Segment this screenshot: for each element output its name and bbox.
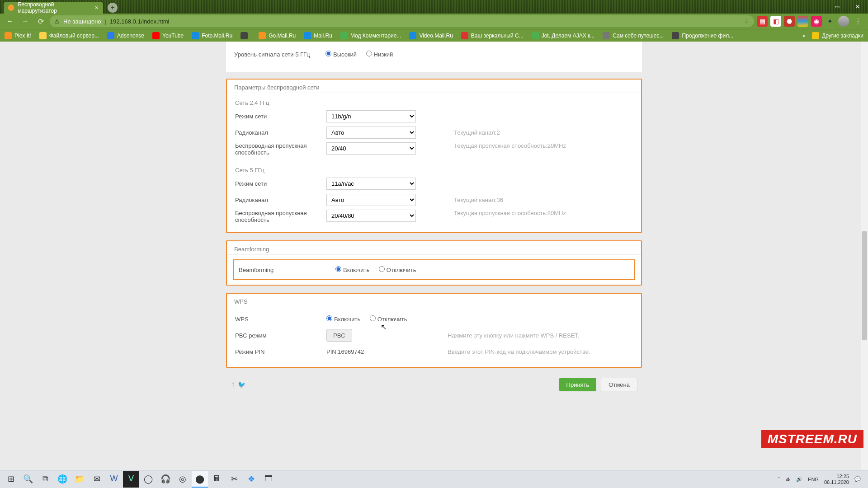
mode-24-select[interactable]: 11b/g/n — [326, 110, 416, 122]
bookmark-item[interactable]: Video.Mail.Ru — [409, 32, 453, 39]
window-close-button[interactable]: ✕ — [847, 0, 868, 14]
new-tab-button[interactable]: + — [108, 3, 118, 13]
beamforming-label: Beamforming — [236, 267, 335, 273]
bookmark-favicon — [672, 32, 679, 39]
bookmark-item[interactable]: Adsenense — [107, 32, 144, 39]
forward-button[interactable]: → — [19, 15, 32, 28]
taskbar-app[interactable]: ✂ — [226, 471, 242, 488]
extensions-menu-icon[interactable]: ✦ — [825, 16, 835, 27]
tray-chevron-icon[interactable]: ˄ — [778, 476, 780, 482]
taskbar-app-mail[interactable]: ✉ — [89, 471, 105, 488]
scrollbar-thumb[interactable] — [862, 231, 867, 340]
browser-tab[interactable]: Беспроводной маршрутизатор × — [4, 2, 103, 14]
tab-close-icon[interactable]: × — [95, 4, 99, 11]
bookmark-item[interactable]: Foto.Mail.Ru — [192, 32, 232, 39]
watermark: MSTREEM.RU — [761, 430, 863, 448]
browser-menu-button[interactable]: ⋮ — [852, 15, 864, 28]
beamforming-off-option[interactable]: Отключить — [379, 267, 416, 273]
taskbar-app-explorer[interactable]: 📁 — [71, 471, 88, 488]
bookmark-favicon — [259, 32, 266, 39]
taskbar-app-chrome[interactable]: ⬤ — [192, 471, 208, 488]
other-bookmarks[interactable]: Другие закладки — [812, 32, 863, 39]
bw-24-select[interactable]: 20/40 — [326, 142, 416, 155]
bookmark-item[interactable]: YouTube — [152, 32, 184, 39]
twitter-icon[interactable]: 🐦 — [238, 381, 245, 388]
bookmark-item[interactable]: Go.Mail.Ru — [259, 32, 296, 39]
page-viewport: Уровень сигнала сети 5 ГГц Высокий Низки… — [0, 42, 868, 470]
taskbar: ⊞ 🔍 ⧉ 🌐 📁 ✉ W V ◯ 🎧 ◎ ⬤ 🖩 ✂ ❖ 🗔 ˄ 🖧 🔊 EN… — [0, 470, 868, 488]
bw-5-select[interactable]: 20/40/80 — [326, 210, 416, 222]
bookmark-item[interactable]: Файловый сервер... — [39, 32, 99, 39]
extension-icon[interactable]: ◉ — [811, 16, 822, 27]
bookmark-item[interactable]: Мод Комментарие... — [340, 32, 401, 39]
bookmark-favicon — [107, 32, 114, 39]
scrollbar-track[interactable] — [861, 42, 868, 470]
bookmark-label: Go.Mail.Ru — [269, 33, 296, 39]
url-input[interactable]: ⚠ Не защищено | 192.168.0.1/index.html ☆ — [50, 15, 754, 27]
taskbar-app-obs[interactable]: ◯ — [140, 471, 156, 488]
beamforming-on-option[interactable]: Включить — [335, 267, 369, 273]
tray-volume-icon[interactable]: 🔊 — [796, 476, 802, 482]
facebook-icon[interactable]: f — [232, 381, 234, 388]
search-button[interactable]: 🔍 — [20, 471, 36, 488]
bookmark-favicon — [461, 32, 468, 39]
bookmark-item[interactable]: Ваш зеркальный C... — [461, 32, 524, 39]
wireless-params-title: Параметры беспроводной сети — [227, 80, 641, 93]
reload-button[interactable]: ⟳ — [34, 15, 47, 28]
wps-off-option[interactable]: Отключить — [370, 316, 407, 323]
extension-icon[interactable] — [797, 16, 808, 27]
bookmark-item[interactable]: Сам себе путешес... — [603, 32, 664, 39]
taskbar-app[interactable]: ◎ — [175, 471, 191, 488]
footer-bar: f 🐦 Принять Отмена — [226, 375, 642, 396]
bookmark-label: Сам себе путешес... — [613, 33, 664, 39]
channel-5-select[interactable]: Авто — [326, 194, 416, 206]
tray-network-icon[interactable]: 🖧 — [786, 477, 791, 482]
insecure-label: Не защищено — [63, 18, 101, 25]
extension-icon[interactable]: ⬣ — [784, 16, 795, 27]
bookmark-favicon — [304, 32, 311, 39]
signal-low-option[interactable]: Низкий — [366, 51, 393, 58]
wps-title: WPS — [227, 294, 641, 307]
taskbar-app[interactable]: V — [123, 471, 139, 488]
window-minimize-button[interactable]: — — [806, 0, 826, 14]
bookmark-star-icon[interactable]: ☆ — [744, 18, 750, 25]
bookmark-item[interactable] — [241, 32, 250, 39]
bookmark-item[interactable]: Jot. Делаем AJAX к... — [532, 32, 595, 39]
channel-5-current: Текущий канал:36 — [444, 197, 641, 203]
mode-5-label: Режим сети — [227, 180, 326, 187]
tray-notifications-icon[interactable]: 💬 — [854, 476, 861, 482]
tray-clock[interactable]: 12:25 06.11.2020 — [824, 474, 849, 485]
bookmarks-overflow[interactable]: » — [802, 33, 806, 39]
bookmark-label: Мод Комментарие... — [350, 33, 401, 39]
taskbar-app[interactable]: 🗔 — [260, 471, 277, 488]
extension-icon[interactable]: ▦ — [757, 16, 768, 27]
bookmark-item[interactable]: Plex It! — [5, 32, 31, 39]
window-maximize-button[interactable]: ▭ — [826, 0, 847, 14]
profile-avatar[interactable] — [838, 16, 849, 27]
taskbar-app[interactable]: 🎧 — [157, 471, 174, 488]
bookmark-item[interactable]: Продолжение фил... — [672, 32, 733, 39]
task-view-button[interactable]: ⧉ — [37, 471, 53, 488]
channel-24-select[interactable]: Авто — [326, 127, 416, 139]
taskbar-app-calc[interactable]: 🖩 — [209, 471, 225, 488]
bookmarks-bar: Plex It!Файловый сервер...AdsenenseYouTu… — [0, 29, 868, 42]
signal-high-option[interactable]: Высокий — [326, 51, 357, 58]
beamforming-group: Beamforming Beamforming Включить Отключи… — [226, 240, 642, 286]
tray-language[interactable]: ENG — [808, 477, 819, 482]
start-button[interactable]: ⊞ — [3, 471, 19, 488]
cancel-button[interactable]: Отмена — [601, 378, 637, 391]
bookmark-label: Plex It! — [14, 33, 31, 39]
extension-icon[interactable]: ◧ — [770, 16, 781, 27]
pin-value: PIN:16969742 — [326, 348, 444, 355]
pbc-button[interactable]: PBC — [326, 329, 352, 342]
apply-button[interactable]: Принять — [559, 378, 597, 391]
taskbar-app-edge[interactable]: 🌐 — [54, 471, 71, 488]
taskbar-app[interactable]: ❖ — [243, 471, 259, 488]
taskbar-app-word[interactable]: W — [106, 471, 122, 488]
wps-on-option[interactable]: Включить — [326, 316, 360, 323]
back-button[interactable]: ← — [4, 15, 16, 28]
url-text: 192.168.0.1/index.html — [110, 18, 170, 25]
window-titlebar: Беспроводной маршрутизатор × + — ▭ ✕ — [0, 0, 868, 14]
mode-5-select[interactable]: 11a/n/ac — [326, 178, 416, 190]
bookmark-item[interactable]: Mail.Ru — [304, 32, 332, 39]
